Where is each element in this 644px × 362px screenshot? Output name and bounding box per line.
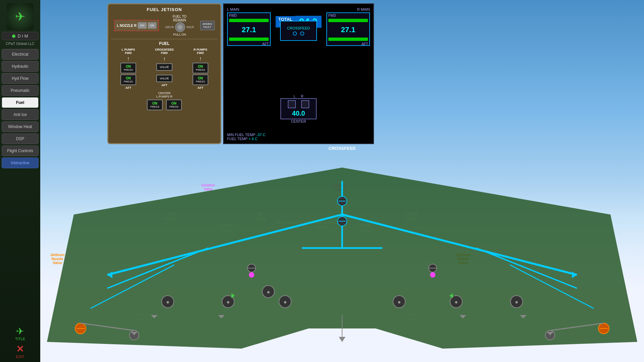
crossfeed-mid-column: CROSSFEEDFWD ↑ VALVE VALVE AFT (155, 48, 174, 87)
center-tank-value: 40.0 (288, 110, 309, 117)
sidebar-item-pneumatic[interactable]: Pneumatic (2, 85, 39, 96)
dim-label: D I M (17, 34, 28, 39)
l-green-bar-2 (229, 38, 269, 41)
fuel-jetison-panel: FUEL JETISON L NOZZLE R ON ON FUEL TO RE… (107, 3, 221, 144)
nozzle-on-btn-l[interactable]: ON (138, 22, 147, 28)
center-r-press: PRESS (169, 105, 178, 108)
r-aft-label: AFT (198, 86, 204, 89)
armed-text: ARMED (203, 22, 212, 25)
fuel-section-title: FUEL (111, 41, 218, 46)
fuel-remain-section: FUEL TO REMAIN DECR INCR PULL ON (165, 15, 194, 36)
dim-indicator (12, 35, 15, 38)
svg-text:⊕: ⊕ (455, 300, 458, 304)
r-fwd-press-text: PRESS (196, 68, 205, 71)
svg-text:⊕: ⊕ (166, 300, 169, 304)
crossfeed-fwd-label: CROSSFEEDFWD (155, 48, 174, 55)
center-r-pump-btn[interactable]: ON PRESS (166, 100, 182, 110)
fault-text: FAULT (203, 25, 212, 28)
crossfeed-up-arrow: ↑ (163, 56, 166, 62)
fuel-eicas-display: L MAIN R MAIN TOTALFUEL 94.2 KGS X 1000 … (223, 3, 374, 144)
sidebar: ✈ D I M CPaT Global LLC Electrical Hydra… (0, 0, 40, 362)
l-fwd-box-label: FWD (228, 13, 270, 18)
company-name: CPaT Global LLC (6, 42, 35, 46)
center-tank-box: 40.0 (280, 98, 317, 119)
title-plane-icon: ✈ (16, 326, 24, 337)
svg-text:⊕: ⊕ (284, 300, 286, 304)
fuel-temp-row: FUEL TEMP + 6 C (227, 137, 265, 141)
fuel-temp-value: + 6 C (249, 137, 258, 141)
sidebar-item-electrical[interactable]: Electrical (2, 49, 39, 60)
title-label: TITLE (15, 337, 25, 341)
main-content: FUEL JETISON L NOZZLE R ON ON FUEL TO RE… (40, 0, 644, 362)
sidebar-item-hyd-flow[interactable]: Hyd Flow (2, 73, 39, 84)
sidebar-item-hydraulic[interactable]: Hydraulic (2, 61, 39, 72)
l-aft-pump-btn[interactable]: ON PRESS (120, 74, 136, 85)
l-aft-press-text: PRESS (124, 80, 133, 83)
rotary-knob[interactable] (175, 22, 185, 32)
decr-label: DECR (165, 25, 174, 29)
r-fuel-value: 27.1 (327, 23, 369, 37)
l-fwd-on-text: ON (124, 65, 133, 68)
nozzle-box: L NOZZLE R ON ON (114, 20, 159, 31)
r-aft-pump-btn[interactable]: ON PRESS (193, 74, 208, 85)
center-l-pump-btn[interactable]: ON PRESS (147, 100, 163, 110)
fuel-jetison-title: FUEL JETISON (111, 7, 218, 12)
r-pumps-fwd-label: R PUMPSFWD (194, 48, 207, 55)
eicas-r-main-label: R MAIN (357, 7, 370, 11)
cf-dot-1 (293, 32, 297, 36)
l-green-bar-1 (229, 19, 269, 22)
r-fwd-box-label: FWD (327, 13, 369, 18)
center-l-on: ON (150, 102, 159, 105)
center-r-label: R (301, 95, 303, 98)
l-fwd-pump-btn[interactable]: ON PRESS (120, 63, 136, 73)
crossfeed-aft-valve-btn[interactable]: VALVE (156, 75, 172, 82)
center-pumps-group: CENTERL PUMPS R ON PRESS ON PRESS (147, 92, 182, 110)
nozzle-on-btn-r[interactable]: ON (148, 22, 157, 28)
center-pumps-section: CENTERL PUMPS R ON PRESS ON PRESS (111, 92, 218, 110)
r-pumps-fwd-column: R PUMPSFWD ↑ ON PRESS ON PRESS AFT (193, 48, 208, 89)
center-lr-box-l (288, 100, 296, 108)
fuel-remain-label: FUEL TO REMAIN (165, 15, 194, 22)
r-green-bar-1 (328, 19, 368, 22)
l-aft-on-text: ON (124, 76, 133, 80)
r-aft-on-text: ON (196, 76, 205, 80)
svg-text:⊕: ⊕ (267, 290, 270, 294)
armed-fault-button[interactable]: ARMED FAULT (200, 21, 215, 30)
l-aft-label: AFT (125, 86, 131, 89)
crossfeed-eicas-label: CROSSFEED (287, 26, 310, 30)
r-aft-box-label: AFT (327, 42, 369, 47)
dim-button[interactable]: D I M (2, 32, 39, 40)
svg-text:⊕: ⊕ (398, 300, 400, 304)
r-fwd-pump-btn[interactable]: ON PRESS (193, 63, 208, 73)
crossfeed-fwd-valve-btn[interactable]: VALVE (156, 63, 172, 71)
remain-text: REMAIN (165, 18, 194, 22)
min-fuel-temp-row: MIN FUEL TEMP -37 C (227, 133, 265, 137)
pull-on-label: PULL ON (165, 33, 194, 36)
exit-icon-container[interactable]: ✕ EXIT (16, 344, 24, 359)
eicas-l-main-label: L MAIN (227, 7, 239, 11)
min-fuel-temp-label: MIN FUEL TEMP (227, 133, 255, 137)
jetison-top-section: L NOZZLE R ON ON FUEL TO REMAIN DECR INC… (111, 15, 218, 36)
svg-text:⊕: ⊕ (515, 300, 518, 304)
center-l-label: L (294, 95, 296, 98)
crossfeed-center-box: CROSSFEED (280, 21, 317, 41)
l-fuel-value: 27.1 (228, 23, 270, 37)
sidebar-item-window-heat[interactable]: Window Heat (2, 121, 39, 132)
sidebar-item-flight-controls[interactable]: Flight Controls (2, 145, 39, 156)
cf-dot-2 (300, 32, 304, 36)
sidebar-item-dsp[interactable]: DSP (2, 133, 39, 144)
svg-marker-42 (339, 337, 345, 342)
fuel-temp-label: FUEL TEMP (227, 137, 248, 141)
min-fuel-temp-value: -37 C (256, 133, 265, 137)
r-fwd-on-text: ON (196, 65, 205, 68)
sidebar-item-anti-ice[interactable]: Anti Ice (2, 109, 39, 120)
title-icon-container[interactable]: ✈ TITLE (15, 326, 25, 341)
sidebar-item-fuel[interactable]: Fuel (2, 97, 39, 108)
sidebar-bottom: ✈ TITLE ✕ EXIT (15, 326, 25, 359)
l-fwd-up-arrow: ↑ (127, 56, 130, 62)
sidebar-item-interactive[interactable]: Interactive (2, 158, 39, 168)
eicas-temps-section: MIN FUEL TEMP -37 C FUEL TEMP + 6 C (227, 133, 265, 141)
nozzle-label: L NOZZLE R (117, 24, 137, 27)
incr-label: INCR (186, 25, 194, 29)
l-pumps-fwd-column: L PUMPSFWD ↑ ON PRESS ON PRESS AFT (120, 48, 136, 89)
